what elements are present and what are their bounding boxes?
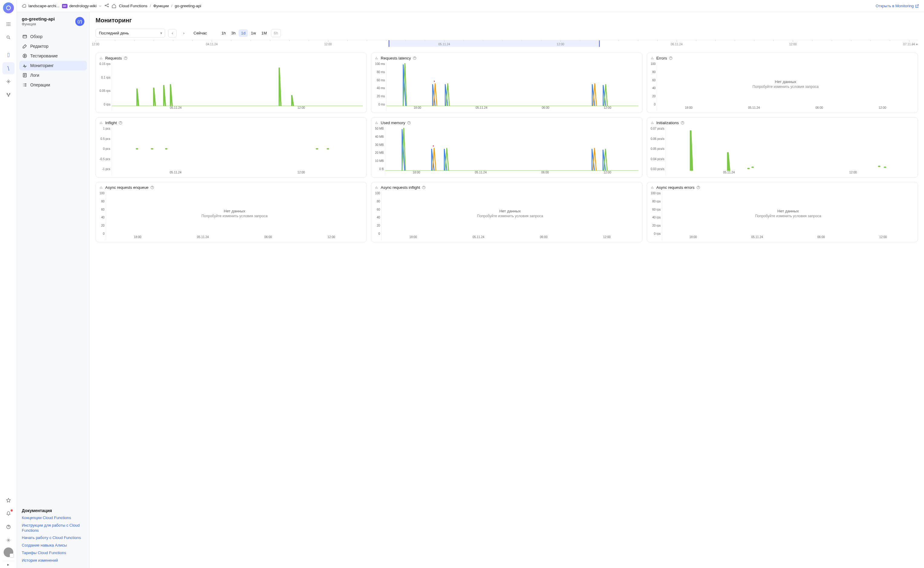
help-icon[interactable] [422,186,426,189]
plot[interactable]: 18:0005.11.2406:0012:00 [385,127,638,175]
x-axis: 18:0005.11.2406:0012:00 [106,236,363,240]
cloud-icon [22,4,27,9]
doc-link[interactable]: История изменений [22,558,84,563]
plot[interactable]: Нет данныхПопробуйте изменить условия за… [662,192,914,240]
nav-testing[interactable]: Тестирование [19,51,87,61]
rail-network-icon[interactable] [2,89,15,101]
function-name: go-greeting-api [22,16,73,21]
page-title: Мониторинг [95,17,918,24]
svg-point-17 [105,5,106,6]
preset-1M[interactable]: 1M [259,29,269,37]
nav-editor[interactable]: Редактор [19,41,87,51]
help-icon[interactable] [150,186,154,189]
doc-link[interactable]: Создание навыка Алисы [22,543,84,548]
preset-3h[interactable]: 3h [229,29,238,37]
breadcrumb-item: go-greeting-api [175,4,201,8]
content: Мониторинг Последний день ‹ › Сейчас 1h3… [89,12,924,568]
plot[interactable]: 18:0005.11.2406:0012:00 [386,62,639,111]
plot[interactable]: 05.11.2412:00 [665,127,914,175]
doc-link[interactable]: Тарифы Cloud Functions [22,550,84,556]
zoom-in-icon[interactable]: + [915,42,918,47]
plot[interactable]: 05.11.2412:00 [112,62,363,111]
monitor-icon [23,63,27,68]
logs-icon [23,73,27,78]
now-button[interactable]: Сейчас [191,29,209,37]
svg-point-29 [165,148,167,149]
prev-button[interactable]: ‹ [168,29,177,38]
doc-link[interactable]: Концепции Cloud Functions [22,515,84,521]
rail-function-outline-icon[interactable] [2,49,15,61]
apps-icon[interactable] [2,18,15,30]
svg-point-6 [9,24,10,25]
help-icon[interactable] [124,56,127,60]
external-link-icon [915,4,919,8]
y-axis: 0.07 pcs/s0.06 pcs/s0.05 pcs/s0.04 pcs/s… [651,127,666,175]
svg-point-1 [7,23,8,23]
nav-logs[interactable]: Логи [19,70,87,80]
home-icon[interactable] [112,4,117,9]
range-select[interactable]: Последний день [95,29,165,38]
nav-monitoring[interactable]: Мониторинг [19,61,87,70]
chart-title: Errors [656,56,667,60]
open-monitoring-link[interactable]: Открыть в Monitoring [876,4,919,8]
time-controls: Последний день ‹ › Сейчас 1h3h1d1w1M6h [95,29,918,38]
nav-operations[interactable]: Операции [19,80,87,90]
gear-icon[interactable] [2,534,15,546]
graph-icon[interactable] [104,3,109,9]
search-icon[interactable] [2,32,15,44]
next-button[interactable]: › [180,29,188,38]
star-icon[interactable] [2,494,15,506]
svg-point-31 [327,148,329,149]
chart-errors: Errors100806040200Нет данныхПопробуйте и… [647,53,918,113]
svg-point-37 [884,166,886,168]
chart-inflight: Inflight1 pcs0.5 pcs0 pcs-0.5 pcs-1 pcs0… [95,117,367,178]
y-axis: 0.15 rps0.1 rps0.05 rps0 rps [100,62,112,111]
chart-title: Async requests enqueue [105,185,148,190]
chart-title: Initializations [656,121,679,125]
help-icon[interactable] [2,521,15,533]
help-icon[interactable] [669,56,673,60]
svg-point-27 [135,148,138,149]
y-axis: 1 pcs0.5 pcs0 pcs-0.5 pcs-1 pcs [100,127,112,175]
rail-function-icon[interactable] [2,62,15,74]
breadcrumb-cloud[interactable]: landscape-archi... [22,4,59,9]
plot[interactable]: Нет данныхПопробуйте изменить условия за… [106,192,363,240]
sidebar: go-greeting-api Функция {ƒ} Обзор Редакт… [17,12,89,568]
svg-point-21 [23,54,27,58]
doc-link[interactable]: Инструкции для работы с Cloud Functions [22,523,84,533]
chevron-down-icon [98,4,102,8]
x-axis: 18:0005.11.2406:0012:00 [382,236,639,240]
help-icon[interactable] [118,121,123,125]
breadcrumb-folder[interactable]: DEdendrology-wiki [62,4,102,8]
rail-settings-icon[interactable] [2,76,15,88]
breadcrumb-service[interactable]: Cloud Functions [119,4,147,8]
svg-point-30 [316,148,318,149]
timeline[interactable]: 12:0004.11.2412:0005.11.2412:0006.11.241… [95,40,918,48]
plot[interactable]: Нет данныхПопробуйте изменить условия за… [657,62,914,111]
preset-1h[interactable]: 1h [219,29,228,37]
nav-overview[interactable]: Обзор [19,32,87,41]
help-icon[interactable] [696,186,700,189]
plot[interactable]: Нет данныхПопробуйте изменить условия за… [381,192,639,240]
chart-title: Async requests inflight [381,185,420,190]
preset-1w[interactable]: 1w [248,29,259,37]
doc-link[interactable]: Начать работу с Cloud Functions [22,535,84,541]
help-icon[interactable] [413,56,417,60]
breadcrumb-section[interactable]: Функции [153,4,169,8]
timeline-selection[interactable] [389,40,600,47]
help-icon[interactable] [681,121,685,125]
x-axis: 18:0005.11.2406:0012:00 [657,106,914,111]
preset-6h[interactable]: 6h [271,29,280,37]
svg-point-5 [8,24,9,25]
help-icon[interactable] [407,121,411,125]
collapse-icon[interactable]: ▸ [2,561,15,568]
svg-point-28 [151,148,153,149]
avatar[interactable] [4,547,13,557]
chart-async_err: Async requests errors100 rps80 rps60 rps… [647,182,918,242]
no-data: Нет данныхПопробуйте изменить условия за… [657,62,914,111]
preset-1d[interactable]: 1d [239,29,248,37]
svg-point-4 [7,24,8,25]
plot[interactable]: 05.11.2412:00 [112,127,363,175]
logo[interactable] [3,2,14,13]
bell-icon[interactable] [2,508,15,520]
